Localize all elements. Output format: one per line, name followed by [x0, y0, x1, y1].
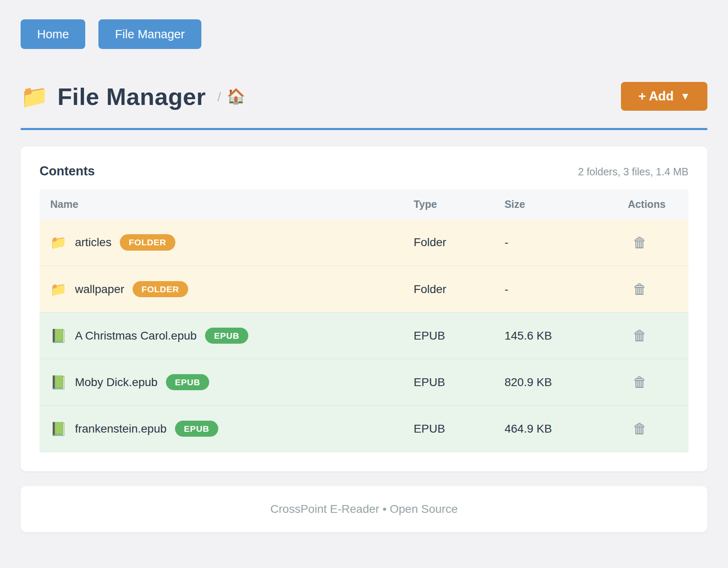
trash-icon: 🗑 [633, 281, 647, 297]
file-table: Name Type Size Actions 📁 articles FOLDER… [40, 189, 688, 452]
page-title: File Manager [57, 83, 206, 110]
table-header-row: Name Type Size Actions [40, 189, 688, 219]
top-nav: Home File Manager [21, 19, 707, 49]
file-name[interactable]: articles [75, 236, 112, 249]
file-type: EPUB [403, 312, 494, 359]
book-icon: 📗 [50, 328, 67, 344]
breadcrumb: / 🏠 [217, 88, 245, 105]
contents-card: Contents 2 folders, 3 files, 1.4 MB Name… [21, 147, 707, 471]
footer: CrossPoint E-Reader • Open Source [21, 486, 707, 532]
file-name[interactable]: wallpaper [75, 283, 124, 296]
home-button[interactable]: Home [21, 19, 85, 49]
folder-badge: FOLDER [120, 234, 175, 250]
epub-badge: EPUB [166, 374, 210, 390]
file-manager-button[interactable]: File Manager [98, 19, 201, 49]
home-icon[interactable]: 🏠 [227, 88, 245, 105]
folder-icon: 📁 [50, 282, 67, 297]
column-header-name: Name [40, 189, 403, 219]
file-size: - [494, 219, 617, 266]
book-icon: 📗 [50, 421, 67, 437]
column-header-actions: Actions [617, 189, 688, 219]
delete-button[interactable]: 🗑 [628, 374, 647, 390]
file-name[interactable]: Moby Dick.epub [75, 376, 158, 389]
footer-text: CrossPoint E-Reader • Open Source [271, 503, 458, 516]
file-type: EPUB [403, 359, 494, 405]
table-row[interactable]: 📁 articles FOLDER Folder - 🗑 [40, 219, 688, 266]
page-title-wrap: 📁 File Manager [21, 83, 206, 110]
delete-button[interactable]: 🗑 [628, 281, 647, 297]
contents-summary: 2 folders, 3 files, 1.4 MB [578, 166, 688, 178]
epub-badge: EPUB [175, 421, 219, 437]
add-button-label: + Add [638, 89, 674, 104]
table-row[interactable]: 📗 A Christmas Carol.epub EPUB EPUB 145.6… [40, 312, 688, 359]
add-button[interactable]: + Add ▼ [621, 82, 707, 111]
file-type: Folder [403, 219, 494, 266]
contents-card-header: Contents 2 folders, 3 files, 1.4 MB [40, 164, 688, 179]
file-size: 820.9 KB [494, 359, 617, 405]
breadcrumb-separator: / [217, 89, 221, 105]
file-name[interactable]: frankenstein.epub [75, 422, 167, 435]
column-header-type: Type [403, 189, 494, 219]
page-header: 📁 File Manager / 🏠 + Add ▼ [21, 82, 707, 111]
file-size: - [494, 266, 617, 312]
file-type: Folder [403, 266, 494, 312]
folder-badge: FOLDER [133, 281, 188, 297]
epub-badge: EPUB [205, 328, 249, 344]
file-name[interactable]: A Christmas Carol.epub [75, 329, 197, 342]
file-size: 145.6 KB [494, 312, 617, 359]
trash-icon: 🗑 [633, 374, 647, 390]
trash-icon: 🗑 [633, 328, 647, 343]
chevron-down-icon: ▼ [680, 91, 690, 102]
table-row[interactable]: 📗 Moby Dick.epub EPUB EPUB 820.9 KB 🗑 [40, 359, 688, 405]
trash-icon: 🗑 [633, 421, 647, 436]
file-size: 464.9 KB [494, 405, 617, 452]
column-header-size: Size [494, 189, 617, 219]
contents-title: Contents [40, 164, 95, 179]
table-row[interactable]: 📁 wallpaper FOLDER Folder - 🗑 [40, 266, 688, 312]
table-row[interactable]: 📗 frankenstein.epub EPUB EPUB 464.9 KB 🗑 [40, 405, 688, 452]
delete-button[interactable]: 🗑 [628, 421, 647, 437]
book-icon: 📗 [50, 375, 67, 390]
folder-icon: 📁 [21, 84, 48, 109]
delete-button[interactable]: 🗑 [628, 235, 647, 251]
folder-icon: 📁 [50, 235, 67, 250]
title-divider [21, 128, 707, 130]
delete-button[interactable]: 🗑 [628, 328, 647, 344]
trash-icon: 🗑 [633, 235, 647, 250]
file-type: EPUB [403, 405, 494, 452]
